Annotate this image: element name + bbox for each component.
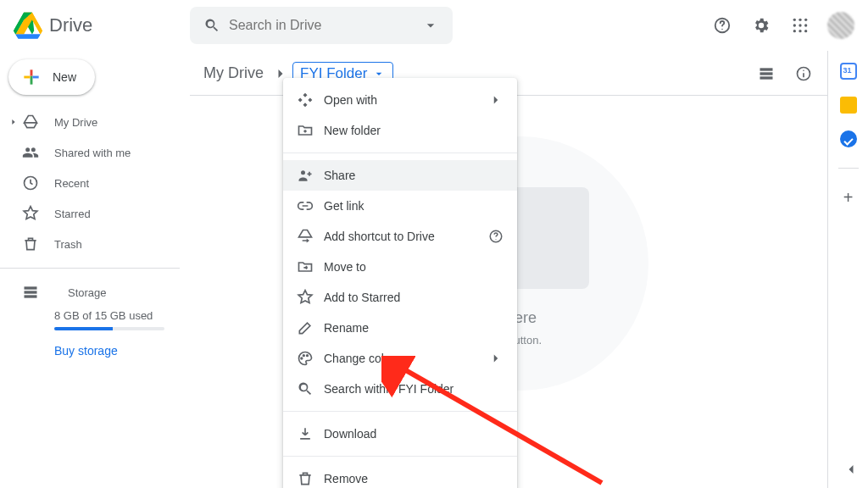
menu-search-within[interactable]: Search within FYI Folder (283, 374, 517, 404)
menu-move-to[interactable]: Move to (283, 252, 517, 282)
star-icon (20, 205, 41, 222)
svg-point-1 (721, 28, 722, 29)
account-avatar[interactable] (827, 12, 854, 39)
svg-rect-16 (760, 72, 773, 75)
new-button[interactable]: New (8, 59, 95, 95)
svg-point-26 (307, 355, 309, 357)
menu-new-folder[interactable]: New folder (283, 115, 517, 146)
sidebar-item-label: Starred (54, 208, 91, 220)
menu-label: Move to (324, 260, 366, 274)
chevron-right-icon (488, 351, 504, 366)
keep-app-icon[interactable] (840, 97, 857, 114)
storage-icon (20, 284, 41, 301)
trash-icon (297, 470, 324, 487)
search-options-dropdown-icon[interactable] (414, 8, 448, 42)
svg-point-5 (793, 24, 796, 26)
move-to-icon (297, 258, 324, 275)
open-with-icon (297, 92, 324, 108)
menu-share[interactable]: Share (283, 160, 517, 191)
svg-point-23 (495, 239, 496, 240)
menu-label: Rename (324, 321, 369, 335)
sidebar-item-trash[interactable]: Trash (0, 229, 190, 259)
svg-point-9 (798, 30, 801, 32)
sidebar-item-label: Trash (54, 238, 82, 251)
help-icon[interactable] (488, 229, 504, 244)
svg-rect-12 (25, 286, 37, 289)
svg-rect-14 (25, 295, 37, 297)
breadcrumb-root[interactable]: My Drive (198, 61, 269, 86)
menu-label: Add shortcut to Drive (324, 230, 435, 243)
menu-rename[interactable]: Rename (283, 313, 517, 343)
download-icon (297, 425, 324, 442)
svg-point-20 (803, 69, 804, 71)
sidebar-item-starred[interactable]: Starred (0, 198, 190, 229)
svg-point-10 (804, 30, 807, 32)
expand-arrow-icon[interactable] (7, 118, 20, 126)
menu-add-shortcut[interactable]: Add shortcut to Drive (283, 221, 517, 252)
menu-add-starred[interactable]: Add to Starred (283, 282, 517, 313)
header-actions (705, 8, 854, 42)
settings-gear-icon[interactable] (744, 8, 778, 42)
menu-open-with[interactable]: Open with (283, 85, 517, 115)
svg-point-4 (804, 18, 807, 20)
plus-icon (20, 66, 42, 88)
add-addons-icon[interactable]: + (843, 189, 854, 206)
sidebar-item-shared[interactable]: Shared with me (0, 137, 190, 168)
search-icon (297, 380, 324, 397)
menu-label: Search within FYI Folder (324, 382, 453, 396)
svg-rect-13 (25, 291, 37, 293)
menu-remove[interactable]: Remove (283, 463, 517, 488)
side-panel: + (827, 51, 868, 488)
svg-point-8 (793, 30, 796, 32)
search-bar[interactable] (190, 7, 453, 44)
sidebar-item-my-drive[interactable]: My Drive (0, 107, 190, 137)
svg-point-21 (301, 170, 305, 175)
drive-logo[interactable]: Drive (14, 11, 190, 40)
menu-label: New folder (324, 124, 381, 137)
recent-icon (20, 175, 41, 191)
storage-progress-bar (54, 327, 164, 330)
apps-grid-icon[interactable] (783, 8, 817, 42)
menu-get-link[interactable]: Get link (283, 191, 517, 221)
menu-change-color[interactable]: Change color (283, 343, 517, 374)
drive-logo-text: Drive (49, 14, 92, 36)
tasks-app-icon[interactable] (840, 130, 857, 147)
svg-rect-15 (760, 68, 773, 70)
app-header: Drive (0, 0, 868, 51)
share-icon (297, 167, 324, 184)
menu-label: Remove (324, 472, 368, 485)
shared-icon (20, 144, 41, 161)
new-folder-icon (297, 122, 324, 139)
support-icon[interactable] (705, 8, 739, 42)
storage-label: Storage (68, 286, 107, 299)
svg-point-3 (798, 18, 801, 20)
details-info-icon[interactable] (787, 57, 821, 91)
svg-point-25 (303, 355, 305, 357)
sidebar-item-label: Shared with me (54, 147, 131, 159)
storage-section: Storage 8 GB of 15 GB used Buy storage (0, 277, 190, 358)
trash-icon (20, 236, 41, 252)
search-icon[interactable] (195, 8, 229, 42)
buy-storage-link[interactable]: Buy storage (54, 344, 170, 358)
menu-label: Download (324, 427, 376, 441)
menu-download[interactable]: Download (283, 419, 517, 449)
svg-point-6 (798, 24, 801, 26)
link-icon (297, 197, 324, 214)
calendar-app-icon[interactable] (840, 63, 857, 80)
sidebar-item-storage[interactable]: Storage (20, 277, 170, 308)
drive-logo-icon (14, 11, 42, 40)
sidebar: New My Drive Shared with me Recent Starr… (0, 51, 190, 488)
svg-point-2 (793, 18, 796, 20)
menu-label: Share (324, 169, 355, 182)
shortcut-icon (297, 228, 324, 245)
sidebar-item-label: My Drive (54, 116, 97, 129)
hide-side-panel-icon[interactable] (843, 461, 860, 478)
star-icon (297, 289, 324, 306)
search-input[interactable] (229, 18, 414, 33)
sidebar-item-recent[interactable]: Recent (0, 168, 190, 198)
folder-context-menu: Open with New folder Share Get link Add … (283, 78, 517, 488)
layout-toggle-icon[interactable] (749, 57, 783, 91)
menu-label: Open with (324, 93, 377, 107)
new-button-label: New (53, 70, 76, 84)
svg-point-7 (804, 24, 807, 26)
